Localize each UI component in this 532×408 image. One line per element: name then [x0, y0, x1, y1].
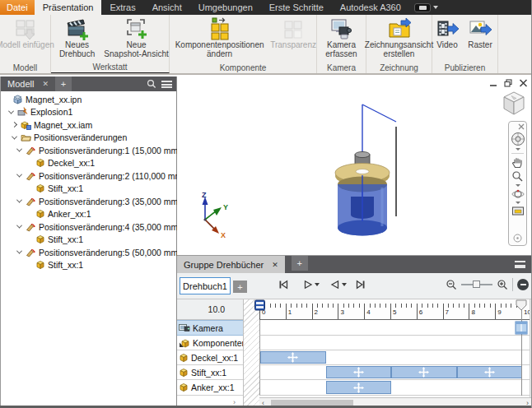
part-icon: [179, 368, 189, 378]
collapse-panel-button[interactable]: [517, 279, 529, 290]
timeline-track-komponenten[interactable]: [259, 336, 530, 350]
tree-item-stift-xx-1[interactable]: Stift_xx:1: [1, 183, 177, 196]
restore-icon[interactable]: [504, 79, 513, 87]
close-icon[interactable]: ✕: [42, 80, 49, 88]
part-icon: [35, 183, 45, 193]
expander-right-icon[interactable]: [12, 122, 17, 128]
navbar-close-icon[interactable]: [518, 123, 525, 130]
ruler-major-tick: [390, 304, 391, 319]
expander-down-icon[interactable]: [16, 248, 22, 254]
view-cube[interactable]: [500, 90, 528, 118]
action-bar-stift-xx-1[interactable]: [391, 366, 457, 378]
model-tab[interactable]: Modell: [7, 79, 34, 89]
button-label: Modell einfügen: [0, 41, 54, 50]
look-at-icon[interactable]: [511, 206, 525, 216]
tree-item-anker-xx-1[interactable]: Anker_xx:1: [1, 208, 177, 221]
chevron-down-icon[interactable]: [516, 148, 520, 151]
button-label: Neue: [127, 41, 147, 50]
add-sheet-button[interactable]: +: [233, 280, 247, 293]
panel-menu-icon[interactable]: [161, 81, 172, 88]
button-komponentenpositionen-ändern[interactable]: Komponentenpositionenändern: [170, 16, 269, 58]
tree-item-positionsveränderungen[interactable]: Positionsveränderungen: [1, 132, 177, 145]
camera-keyframe-handle[interactable]: [515, 321, 528, 335]
ruler-tick-label: 1: [288, 308, 292, 316]
play-forward-button[interactable]: [303, 279, 320, 290]
chevron-down-icon[interactable]: [516, 184, 520, 187]
menu-präsentation[interactable]: Präsentation: [35, 0, 102, 15]
a360-camera-button[interactable]: [414, 0, 438, 15]
expander-down-icon[interactable]: [16, 172, 22, 178]
button-neues-drehbuch[interactable]: NeuesDrehbuch: [51, 16, 103, 58]
ruler-minor-tick: [401, 304, 402, 308]
button-kamera-erfassen[interactable]: Kameraerfassen: [320, 16, 364, 58]
action-bar-deckel-xx-1[interactable]: [260, 351, 326, 364]
expander-down-icon[interactable]: [16, 223, 22, 229]
navbar-more-icon[interactable]: [513, 234, 522, 243]
chevron-down-icon: [433, 6, 438, 9]
timeline-track-deckel-xx-1[interactable]: [259, 350, 530, 365]
tree-item-stift-xx-1[interactable]: Stift_xx:1: [1, 234, 177, 247]
search-icon[interactable]: [147, 79, 156, 89]
menu-autodesk-a360[interactable]: Autodesk A360: [332, 0, 409, 15]
tree-item-positionsveränderung-1-15-000-mm-[interactable]: Positionsveränderung:1 (15,000 mm): [1, 144, 177, 157]
close-icon[interactable]: [519, 79, 528, 87]
file-menu-button[interactable]: Datei: [0, 0, 35, 15]
tree-item-magnet-xx-iam[interactable]: Magnet_xx.iam: [1, 118, 177, 132]
tree-item-magnet-xx-ipn[interactable]: Magnet_xx.ipn: [1, 93, 177, 106]
button-video[interactable]: Video: [432, 16, 462, 50]
minimize-icon[interactable]: [489, 79, 498, 87]
storyboard-sheet-tab[interactable]: Drehbuch1: [180, 277, 231, 294]
zoom-in-icon[interactable]: [497, 279, 508, 290]
storyboard-group-tab[interactable]: Gruppe Drehbücher ✕: [177, 256, 285, 273]
tree-item-positionsveränderung-3-35-000-mm-[interactable]: Positionsveränderung:3 (35,000 mm): [1, 195, 177, 208]
go-to-end-button[interactable]: [355, 279, 366, 290]
expander-down-icon[interactable]: [16, 197, 22, 203]
steering-wheel-icon[interactable]: [511, 132, 525, 146]
menu-erste-schritte[interactable]: Erste Schritte: [261, 0, 332, 15]
tree-item-stift-xx-1[interactable]: Stift_xx:1: [1, 259, 177, 272]
menu-umgebungen[interactable]: Umgebungen: [190, 0, 261, 15]
timeline-track-stift-xx-1[interactable]: [259, 365, 530, 380]
chevron-down-icon[interactable]: [516, 202, 520, 204]
timeline-row-stift-xx-1[interactable]: Stift_xx:1: [177, 365, 243, 380]
close-icon[interactable]: ✕: [272, 261, 278, 269]
viewport[interactable]: Z Y X: [177, 76, 532, 255]
timeline-track-kamera[interactable]: [259, 320, 530, 336]
pan-hand-icon[interactable]: [511, 156, 524, 169]
button-neue-snapshot-ansicht[interactable]: NeueSnapshot-Ansicht: [104, 16, 169, 58]
menu-ansicht[interactable]: Ansicht: [144, 0, 190, 15]
zoom-slider-handle[interactable]: [473, 280, 480, 288]
tree-item-positionsveränderung-5-50-000-mm-[interactable]: Positionsveränderung:5 (50,000 mm): [1, 246, 177, 259]
action-bar-anker-xx-1[interactable]: [326, 381, 392, 394]
tree-item-positionsveränderung-4-35-000-mm-[interactable]: Positionsveränderung:4 (35,000 mm): [1, 220, 177, 234]
expander-down-icon[interactable]: [16, 146, 22, 152]
play-reverse-button[interactable]: [330, 279, 347, 290]
button-label: erstellen: [384, 50, 415, 59]
timeline-row-deckel-xx-1[interactable]: Deckel_xx:1: [177, 350, 243, 365]
add-storyboard-tab-button[interactable]: +: [292, 256, 308, 271]
zoom-icon[interactable]: [511, 170, 524, 183]
timeline-row-kamera[interactable]: Kamera: [177, 320, 243, 336]
go-to-start-button[interactable]: [278, 279, 289, 290]
timeline-zoom-slider[interactable]: [461, 284, 492, 285]
timeline-row-komponenten[interactable]: Komponenten: [177, 336, 243, 350]
tree-item-deckel-xx-1[interactable]: Deckel_xx:1: [1, 157, 177, 170]
menu-extras[interactable]: Extras: [101, 0, 143, 15]
tree-item-explosion1[interactable]: Explosion1: [1, 106, 177, 119]
timeline-ruler[interactable]: 012345678910: [259, 299, 531, 320]
tree-item-positionsveränderung-2-110-000-mm-[interactable]: Positionsveränderung:2 (110,000 mm): [1, 169, 177, 183]
ribbon-group-modell: Modell einfügenModell: [0, 15, 51, 73]
add-tab-button[interactable]: +: [55, 76, 72, 91]
button-raster[interactable]: Raster: [463, 16, 497, 50]
orbit-icon[interactable]: [511, 188, 525, 200]
expander-down-icon[interactable]: [8, 108, 14, 114]
timeline-row-anker-xx-1[interactable]: Anker_xx:1: [177, 380, 243, 396]
zoom-out-icon[interactable]: [446, 279, 457, 290]
action-bar-stift-xx-1[interactable]: [326, 366, 392, 378]
action-bar-stift-xx-1[interactable]: [457, 366, 523, 378]
timeline-track-anker-xx-1[interactable]: [259, 380, 530, 396]
expander-down-icon[interactable]: [12, 133, 17, 139]
button-zeichnungsansicht-erstellen[interactable]: Zeichnungsansichterstellen: [366, 16, 433, 58]
storyboard-menu-icon[interactable]: [515, 261, 525, 268]
playhead-marker[interactable]: [516, 299, 527, 311]
